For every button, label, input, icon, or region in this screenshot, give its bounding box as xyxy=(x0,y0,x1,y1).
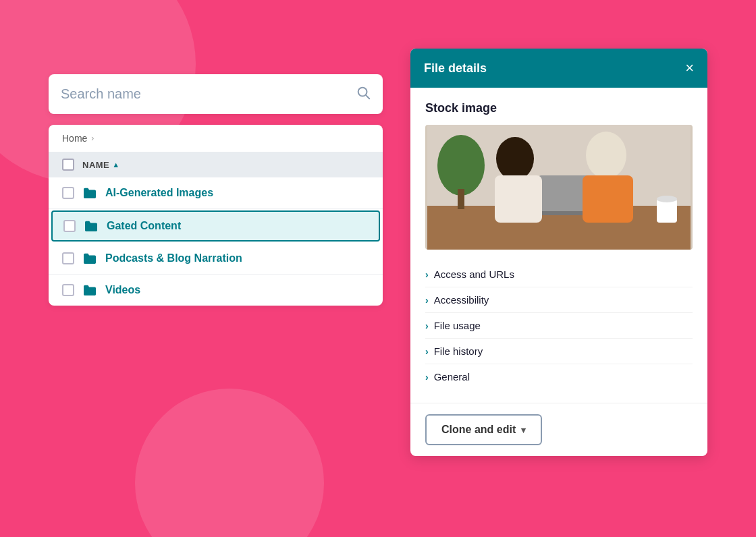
file-details-panel: File details × Stock image xyxy=(410,49,707,456)
svg-point-10 xyxy=(437,135,485,196)
svg-rect-11 xyxy=(458,189,464,209)
accordion-label: File history xyxy=(434,345,483,357)
row-checkbox[interactable] xyxy=(63,220,76,232)
chevron-icon: › xyxy=(425,346,429,357)
table-row[interactable]: Videos xyxy=(49,275,383,306)
row-checkbox[interactable] xyxy=(62,252,74,264)
file-list-panel: Home › NAME ▲ AI-Generated Images xyxy=(49,125,383,306)
accordion-label: Access and URLs xyxy=(434,268,514,280)
column-name-header: NAME ▲ xyxy=(82,160,120,170)
accordion-label: Accessibility xyxy=(434,294,489,306)
clone-and-edit-button[interactable]: Clone and edit ▾ xyxy=(425,414,542,445)
accordion-label: General xyxy=(434,371,470,383)
left-panel: Search name Home › NAME ▲ xyxy=(49,74,383,306)
svg-rect-12 xyxy=(657,199,677,223)
accordion-item-file-usage[interactable]: › File usage xyxy=(425,313,693,339)
chevron-icon: › xyxy=(425,320,429,331)
panel-header: File details × xyxy=(410,49,707,88)
panel-body: Stock image xyxy=(410,88,707,403)
accordion-item-general[interactable]: › General xyxy=(425,364,693,389)
accordion-item-file-history[interactable]: › File history xyxy=(425,339,693,364)
folder-icon xyxy=(84,220,99,232)
table-row[interactable]: AI-Generated Images xyxy=(49,177,383,209)
breadcrumb-home[interactable]: Home xyxy=(62,133,87,144)
breadcrumb-separator: › xyxy=(91,134,94,143)
stock-image xyxy=(425,125,693,250)
svg-point-13 xyxy=(657,196,677,202)
accordion-label: File usage xyxy=(434,320,481,331)
search-box[interactable]: Search name xyxy=(49,74,383,114)
row-label: Gated Content xyxy=(107,220,181,232)
panel-footer: Clone and edit ▾ xyxy=(410,403,707,456)
table-row[interactable]: Gated Content xyxy=(51,210,380,242)
header-checkbox[interactable] xyxy=(62,159,74,171)
chevron-icon: › xyxy=(425,372,429,383)
svg-rect-9 xyxy=(583,175,633,223)
folder-icon xyxy=(82,187,97,199)
row-label: AI-Generated Images xyxy=(105,187,213,199)
row-checkbox[interactable] xyxy=(62,187,74,199)
clone-button-label: Clone and edit xyxy=(441,424,516,436)
stock-image-label: Stock image xyxy=(425,101,693,115)
close-button[interactable]: × xyxy=(685,61,694,76)
svg-point-6 xyxy=(496,137,534,180)
folder-icon xyxy=(82,252,97,264)
chevron-icon: › xyxy=(425,295,429,306)
svg-rect-7 xyxy=(495,175,542,223)
folder-icon xyxy=(82,284,97,296)
sort-icon[interactable]: ▲ xyxy=(112,161,119,169)
table-header: NAME ▲ xyxy=(49,152,383,177)
accordion-list: › Access and URLs › Accessibility › File… xyxy=(425,262,693,389)
accordion-item-accessibility[interactable]: › Accessibility xyxy=(425,287,693,313)
breadcrumb: Home › xyxy=(49,125,383,152)
svg-line-1 xyxy=(366,95,369,98)
search-icon xyxy=(356,85,371,103)
accordion-item-access-urls[interactable]: › Access and URLs xyxy=(425,262,693,287)
search-placeholder: Search name xyxy=(61,86,141,102)
svg-point-8 xyxy=(586,132,626,179)
clone-dropdown-arrow: ▾ xyxy=(521,425,526,435)
row-checkbox[interactable] xyxy=(62,284,74,296)
panel-title: File details xyxy=(424,61,487,76)
chevron-icon: › xyxy=(425,269,429,280)
row-label: Videos xyxy=(105,284,140,296)
bg-decoration-2 xyxy=(135,389,324,537)
row-label: Podcasts & Blog Narration xyxy=(105,252,242,264)
table-row[interactable]: Podcasts & Blog Narration xyxy=(49,243,383,275)
